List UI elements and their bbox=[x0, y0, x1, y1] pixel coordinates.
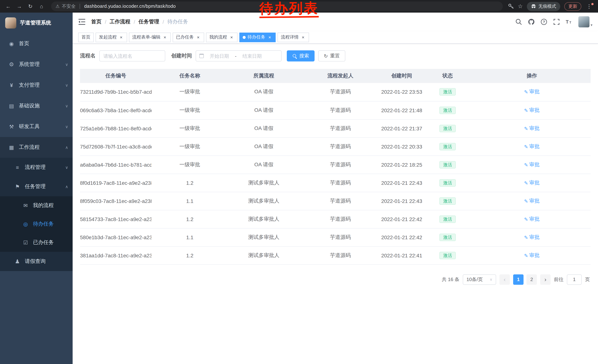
sidebar-item[interactable]: 流程管理 bbox=[0, 158, 73, 177]
cell-task-name: 一级审批 bbox=[151, 101, 228, 119]
cell-status: 激活 bbox=[422, 228, 473, 246]
edit-pencil-icon bbox=[524, 162, 528, 168]
tab[interactable]: 流程表单-编辑 bbox=[129, 32, 171, 42]
home-icon[interactable]: ⌂ bbox=[37, 2, 46, 11]
tab[interactable]: 发起流程 bbox=[96, 32, 127, 42]
cell-status: 激活 bbox=[422, 174, 473, 192]
approve-link[interactable]: 审批 bbox=[524, 198, 540, 204]
cell-action: 审批 bbox=[473, 192, 590, 210]
cell-action: 审批 bbox=[473, 138, 590, 155]
goto-page-input[interactable] bbox=[567, 274, 582, 284]
sidebar-item[interactable]: 研发工具 bbox=[0, 116, 73, 137]
tab-close-icon[interactable] bbox=[300, 35, 306, 40]
tab[interactable]: 首页 bbox=[78, 32, 94, 42]
tab-close-icon[interactable] bbox=[196, 35, 201, 40]
sidebar-item[interactable]: 请假查询 bbox=[0, 252, 73, 271]
cell-initiator: 芋道源码 bbox=[299, 101, 381, 119]
approve-link[interactable]: 审批 bbox=[524, 179, 540, 186]
password-key-icon[interactable] bbox=[508, 3, 514, 9]
tab[interactable]: 已办任务 bbox=[173, 32, 204, 42]
reload-icon[interactable]: ↻ bbox=[26, 2, 35, 11]
tab-close-icon[interactable] bbox=[267, 35, 272, 40]
tabs-bar: 首页 发起流程 流程表单-编辑 bbox=[73, 31, 598, 44]
status-badge: 激活 bbox=[440, 252, 456, 259]
chevron-icon bbox=[65, 124, 68, 129]
forward-icon[interactable]: → bbox=[15, 2, 24, 11]
browser-menu-icon[interactable] bbox=[585, 3, 593, 9]
user-menu[interactable] bbox=[578, 16, 592, 27]
font-size-icon[interactable]: TT bbox=[566, 18, 573, 25]
page-numbers: 12 bbox=[513, 274, 537, 284]
tab[interactable]: 待办任务 bbox=[239, 32, 276, 42]
sidebar-item[interactable]: 基础设施 bbox=[0, 96, 73, 116]
search-icon[interactable] bbox=[515, 18, 522, 25]
approve-link[interactable]: 审批 bbox=[524, 252, 540, 259]
menu-icon bbox=[13, 184, 22, 190]
cell-initiator: 芋道源码 bbox=[299, 192, 381, 210]
start-date-input[interactable] bbox=[205, 53, 233, 59]
breadcrumb-item[interactable]: 首页 bbox=[91, 18, 110, 25]
approve-link[interactable]: 审批 bbox=[524, 125, 540, 132]
approve-link[interactable]: 审批 bbox=[524, 107, 540, 113]
search-button[interactable]: 搜索 bbox=[287, 50, 315, 61]
cell-action: 审批 bbox=[473, 246, 590, 264]
cell-status: 激活 bbox=[422, 83, 473, 101]
address-bar[interactable]: ⚠ 不安全 dashboard.yudao.iocoder.cn/bpm/tas… bbox=[51, 1, 503, 11]
page-number-button[interactable]: 2 bbox=[526, 274, 537, 284]
approve-link[interactable]: 审批 bbox=[524, 89, 540, 95]
sidebar-item[interactable]: 支付管理 bbox=[0, 75, 73, 96]
sidebar-item[interactable]: 首页 bbox=[0, 33, 73, 54]
menu-label: 系统管理 bbox=[19, 61, 65, 68]
page-number-button[interactable]: 1 bbox=[513, 274, 523, 284]
sidebar-item[interactable]: 待办任务 bbox=[0, 215, 73, 233]
update-button[interactable]: 更新 bbox=[564, 2, 581, 11]
cell-process: 测试多审批人 bbox=[228, 210, 299, 228]
main-area: 首页 工作流程 任务管理 bbox=[73, 13, 598, 364]
approve-link[interactable]: 审批 bbox=[524, 161, 540, 168]
end-date-input[interactable] bbox=[238, 53, 266, 59]
tab-close-icon[interactable] bbox=[119, 35, 124, 40]
goto-label: 前往 bbox=[554, 276, 564, 283]
sidebar-item[interactable]: 已办任务 bbox=[0, 233, 73, 252]
github-icon[interactable] bbox=[528, 18, 535, 25]
breadcrumb-item[interactable]: 任务管理 bbox=[139, 18, 167, 25]
help-icon[interactable]: ? bbox=[540, 18, 547, 25]
approve-link[interactable]: 审批 bbox=[524, 143, 540, 150]
tab-close-icon[interactable] bbox=[162, 35, 167, 40]
date-range-picker[interactable]: - bbox=[196, 50, 282, 61]
tab[interactable]: 流程详情 bbox=[277, 32, 309, 42]
back-icon[interactable]: ← bbox=[4, 2, 13, 11]
approve-link[interactable]: 审批 bbox=[524, 234, 540, 241]
tab-active-dot bbox=[243, 36, 246, 39]
url-text[interactable]: dashboard.yudao.iocoder.cn/bpm/task/todo bbox=[84, 4, 176, 9]
approve-label: 审批 bbox=[529, 161, 540, 168]
bookmark-star-icon[interactable]: ☆ bbox=[518, 3, 523, 10]
sidebar-item[interactable]: 我的流程 bbox=[0, 196, 73, 215]
tab-close-icon[interactable] bbox=[229, 35, 234, 40]
breadcrumb-item[interactable]: 工作流程 bbox=[110, 18, 139, 25]
filter-bar: 流程名 创建时间 - 搜索 重置 bbox=[80, 50, 590, 61]
breadcrumb-item[interactable]: 待办任务 bbox=[167, 18, 188, 25]
app-logo[interactable]: 芋道管理系统 bbox=[0, 13, 73, 33]
sidebar-item[interactable]: 任务管理 bbox=[0, 177, 73, 196]
cell-task-name: 一级审批 bbox=[151, 119, 228, 138]
security-label[interactable]: 不安全 bbox=[62, 3, 76, 9]
reset-button[interactable]: 重置 bbox=[318, 50, 345, 61]
cell-status: 激活 bbox=[422, 138, 473, 155]
cell-initiator: 芋道源码 bbox=[299, 210, 381, 228]
prev-page-button[interactable] bbox=[499, 274, 510, 284]
sidebar-item[interactable]: 工作流程 bbox=[0, 137, 73, 158]
approve-link[interactable]: 审批 bbox=[524, 216, 540, 222]
cell-task-name: 1.2 bbox=[151, 210, 228, 228]
fullscreen-icon[interactable] bbox=[553, 18, 560, 25]
process-name-input[interactable] bbox=[99, 50, 165, 61]
table-body: 73211d9d-7b9b-11ec-b5b7-acde48001122 一级审… bbox=[80, 83, 590, 264]
page-size-select[interactable]: 10条/页 bbox=[463, 274, 496, 284]
next-page-button[interactable] bbox=[540, 274, 551, 284]
sidebar-item[interactable]: 系统管理 bbox=[0, 54, 73, 75]
tab[interactable]: 我的流程 bbox=[206, 32, 238, 42]
cell-created-time: 2022-01-21 22:42:23 bbox=[381, 228, 422, 246]
cell-task-id: 58154733-7ac8-11ec-a9e2-a2380e71991a bbox=[80, 210, 151, 228]
sidebar-toggle-icon[interactable] bbox=[78, 18, 86, 25]
menu-icon bbox=[13, 164, 22, 170]
